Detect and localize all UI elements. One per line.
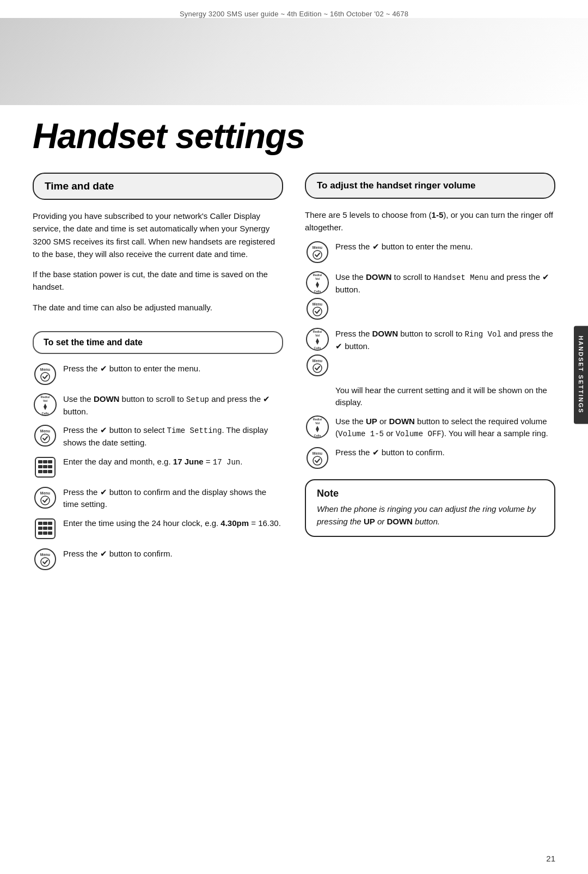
menu-icon-5: Menu [33, 485, 58, 510]
menu-icon-7: Menu [33, 547, 58, 572]
r-instr-text-6: Press the ✔ button to confirm. [335, 445, 445, 459]
page-number: 21 [546, 854, 555, 863]
instr-text-1: Press the ✔ button to enter the menu. [63, 362, 200, 375]
keypad-icon-2 [33, 516, 58, 541]
instr-row-5: Menu Press the ✔ button to confirm and t… [33, 485, 283, 511]
svg-rect-34 [48, 531, 52, 535]
header-text: Synergy 3200 SMS user guide ~ 4th Editio… [180, 10, 408, 18]
svg-rect-33 [43, 531, 47, 535]
note-text: When the phone is ringing you can adjust… [317, 503, 543, 528]
svg-text:Redia/: Redia/ [313, 330, 322, 333]
r-instr-row-1: Menu Press the ✔ button to enter the men… [305, 240, 555, 265]
svg-marker-7 [44, 407, 47, 410]
svg-rect-17 [43, 465, 47, 468]
svg-marker-44 [316, 282, 319, 285]
note-title: Note [317, 488, 543, 499]
instr-text-2: Use the DOWN button to scroll to Setup a… [63, 392, 283, 418]
svg-point-2 [41, 372, 50, 381]
svg-rect-28 [48, 522, 52, 525]
svg-text:Calls: Calls [314, 290, 321, 293]
r-menu-icon-6: Menu [305, 445, 330, 470]
instr-row-6: Enter the time using the 24 hour clock, … [33, 516, 283, 541]
svg-text:Vol: Vol [315, 421, 320, 425]
body-para-1: Providing you have subscribed to your ne… [33, 210, 283, 260]
svg-text:Redia/: Redia/ [313, 273, 322, 277]
instr-row-2: Redia/ Vol Calls Use the DOWN button to … [33, 392, 283, 418]
r-nav-icon-3: Redia/ Vol Calls [305, 327, 330, 352]
left-column: Time and date Providing you have subscri… [33, 173, 283, 577]
banner [0, 18, 588, 105]
r-instr-text-4: You will hear the current setting and it… [335, 383, 555, 409]
svg-text:Menu: Menu [313, 246, 322, 249]
ringer-intro: There are 5 levels to choose from (1-5),… [305, 209, 555, 234]
instr-text-6: Enter the time using the 24 hour clock, … [63, 516, 281, 530]
svg-marker-6 [44, 404, 47, 407]
svg-marker-63 [316, 429, 319, 432]
right-column: To adjust the handset ringer volume Ther… [299, 173, 555, 577]
body-para-2: If the base station power is cut, the da… [33, 268, 283, 294]
keypad-icon-1 [33, 455, 58, 480]
r-menu-icon-2: Menu [305, 296, 330, 321]
svg-text:Redia/: Redia/ [41, 395, 50, 399]
svg-rect-32 [38, 531, 42, 535]
svg-text:Menu: Menu [313, 451, 322, 455]
svg-rect-27 [43, 522, 47, 525]
svg-text:Vol: Vol [315, 277, 320, 280]
svg-point-37 [41, 558, 50, 566]
svg-rect-13 [38, 460, 42, 463]
ringer-volume-section-box: To adjust the handset ringer volume [305, 173, 555, 199]
svg-rect-31 [48, 527, 52, 530]
instr-row-4: Enter the day and month, e.g. 17 June = … [33, 455, 283, 480]
svg-marker-53 [316, 338, 319, 341]
body-para-3: The date and time can also be adjusted m… [33, 301, 283, 314]
r-instr-text-5: Use the UP or DOWN button to select the … [335, 414, 555, 441]
ringer-volume-title: To adjust the handset ringer volume [317, 180, 543, 191]
r-nav-icon-5: Redia/ Vol Calls [305, 414, 330, 439]
svg-text:Calls: Calls [314, 434, 321, 437]
time-date-section-box: Time and date [33, 173, 283, 200]
svg-rect-18 [48, 465, 52, 468]
svg-point-40 [313, 250, 322, 259]
page-header: Synergy 3200 SMS user guide ~ 4th Editio… [0, 0, 588, 18]
svg-text:Menu: Menu [40, 368, 50, 371]
svg-text:Menu: Menu [313, 359, 322, 363]
r-instr-row-2: Redia/ Vol Calls Menu [305, 270, 555, 321]
r-instr-row-4: You will hear the current setting and it… [305, 383, 555, 409]
sidebar-tab: Handset Settings [574, 326, 588, 424]
svg-rect-20 [43, 470, 47, 473]
svg-marker-62 [316, 426, 319, 429]
menu-icon-3: Menu [33, 423, 58, 448]
svg-text:Calls: Calls [41, 412, 48, 415]
set-time-date-box: To set the time and date [33, 331, 283, 354]
instr-text-7: Press the ✔ button to confirm. [63, 547, 173, 560]
instr-text-4: Enter the day and month, e.g. 17 June = … [63, 455, 242, 468]
instr-text-3: Press the ✔ button to select Time Settin… [63, 423, 283, 449]
svg-rect-29 [38, 527, 42, 530]
svg-rect-26 [38, 522, 42, 525]
r-instr-row-3: Redia/ Vol Calls Menu [305, 327, 555, 378]
r-instr-row-5: Redia/ Vol Calls Use the UP or DOWN butt… [305, 414, 555, 441]
svg-point-24 [41, 496, 50, 505]
svg-point-49 [313, 307, 322, 316]
svg-rect-19 [38, 470, 42, 473]
svg-rect-15 [48, 460, 52, 463]
svg-text:Menu: Menu [40, 491, 50, 495]
svg-marker-54 [316, 341, 319, 345]
svg-point-11 [41, 434, 50, 443]
menu-icon-1: Menu [33, 362, 58, 387]
svg-text:Redia/: Redia/ [313, 418, 322, 421]
svg-text:Menu: Menu [40, 429, 50, 433]
instr-row-7: Menu Press the ✔ button to confirm. [33, 547, 283, 572]
r-instr-row-6: Menu Press the ✔ button to confirm. [305, 445, 555, 470]
nav-icon-2: Redia/ Vol Calls [33, 392, 58, 417]
svg-marker-45 [316, 285, 319, 288]
r-menu-icon-1: Menu [305, 240, 330, 265]
svg-point-67 [313, 456, 322, 465]
page-title: Handset settings [0, 105, 588, 156]
note-box: Note When the phone is ringing you can a… [305, 479, 555, 537]
svg-rect-30 [43, 527, 47, 530]
svg-text:Vol: Vol [315, 334, 320, 337]
svg-rect-21 [48, 470, 52, 473]
svg-rect-16 [38, 465, 42, 468]
svg-text:Menu: Menu [40, 553, 50, 557]
